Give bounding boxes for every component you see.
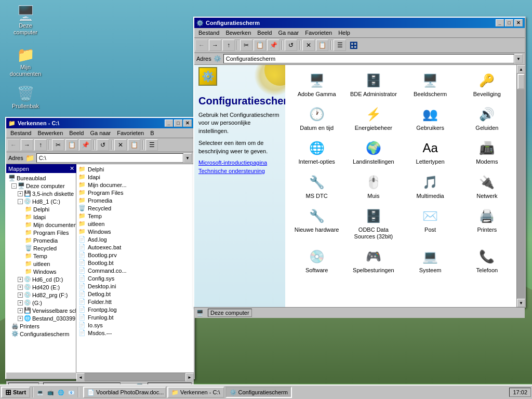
- tree-windows[interactable]: 📁 Windows: [7, 268, 75, 275]
- cpanel-menu-help[interactable]: Help: [335, 29, 353, 37]
- cpanel-icon-lettertypen[interactable]: AaLettertypen: [403, 137, 458, 168]
- tree-hd420[interactable]: + 💿 Hd420 (E:): [7, 283, 75, 291]
- menu-beeld[interactable]: Beeld: [66, 129, 87, 137]
- tree-uitleen[interactable]: 📁 uitleen: [7, 260, 75, 268]
- cpanel-icon-adobe-gamma[interactable]: 🖥️Adobe Gamma: [289, 69, 344, 101]
- diskette-expand[interactable]: +: [18, 191, 23, 196]
- cut-btn[interactable]: ✂: [52, 139, 64, 151]
- file-detlog[interactable]: 📄 Detlog.bt: [77, 290, 193, 298]
- cpanel-forward-btn[interactable]: →: [209, 39, 221, 51]
- cpanel-icon-telefoon[interactable]: 📞Telefoon: [460, 245, 514, 277]
- cpanel-icon-geluiden[interactable]: 🔊Geluiden: [460, 103, 514, 135]
- file-promedia[interactable]: 📁 Promedia: [77, 196, 193, 204]
- cpanel-scroll-track[interactable]: [517, 73, 525, 299]
- tree-hd8[interactable]: - 💿 Hd8_1 (C:): [7, 197, 75, 205]
- cpanel-icon-netwerk[interactable]: 🔌Netwerk: [460, 171, 514, 203]
- cpanel-paste-btn[interactable]: 📌: [267, 39, 280, 51]
- hd8-expand[interactable]: -: [18, 199, 23, 204]
- tree-recycled[interactable]: 🗑️ Recycled: [7, 244, 75, 252]
- cpanel-maximize-btn[interactable]: □: [505, 19, 513, 26]
- cpanel-icon-systeem[interactable]: 💻Systeem: [403, 245, 458, 277]
- views-btn[interactable]: ☰: [145, 139, 158, 151]
- cpanel-close-btn[interactable]: ✕: [514, 19, 523, 26]
- microsoft-link[interactable]: Microsoft-introductiepagina: [198, 159, 281, 166]
- menu-bewerken[interactable]: Bewerken: [34, 129, 66, 137]
- copy-btn[interactable]: 📋: [65, 139, 78, 151]
- cpanel-icon-spelbesturingen[interactable]: 🎮Spelbesturingen: [346, 245, 401, 277]
- mappen-close-icon[interactable]: ✕: [70, 165, 74, 172]
- cpanel-icon-bde-admin[interactable]: 🗄️BDE Administrator: [346, 69, 401, 101]
- file-desktop[interactable]: 📄 Desktop.ini: [77, 282, 193, 290]
- cpanel-icon-software[interactable]: 💿Software: [289, 245, 344, 277]
- up-btn[interactable]: ↑: [34, 139, 47, 151]
- cpanel-icon-datum-tijd[interactable]: 🕐Datum en tijd: [289, 103, 344, 135]
- back-btn[interactable]: ←: [7, 139, 20, 151]
- scroll-track[interactable]: [85, 373, 185, 381]
- cpanel-icon-odbc[interactable]: 🗄️ODBC Data Sources (32bit): [346, 205, 401, 243]
- tree-bureaublad[interactable]: 🖥️ Bureaublad: [7, 174, 75, 182]
- file-bootlog-prv[interactable]: 📄 Bootlog.prv: [77, 251, 193, 259]
- taskbar-btn-configuratie[interactable]: ⚙️ Configuratiescherm: [225, 387, 292, 398]
- forward-btn[interactable]: →: [21, 139, 33, 151]
- file-folder[interactable]: 📄 Folder.htt: [77, 298, 193, 305]
- ql-icon-1[interactable]: 💻: [35, 388, 45, 397]
- menu-ga-naar[interactable]: Ga naar: [87, 129, 114, 137]
- file-config[interactable]: 📄 Config.sys: [77, 274, 193, 282]
- file-frontpg[interactable]: 📄 Frontpg.log: [77, 305, 193, 313]
- file-frunlog[interactable]: 📄 Frunlog.bt: [77, 313, 193, 321]
- file-bootlog-bt[interactable]: 📄 Bootlog.bt: [77, 259, 193, 267]
- tree-hd82[interactable]: + 💿 Hd82_prg (F:): [7, 291, 75, 299]
- scroll-left-btn[interactable]: ◄: [76, 373, 85, 381]
- cpanel-address-input[interactable]: [223, 54, 514, 63]
- cpanel-icon-nieuwe-hardware[interactable]: 🔧Nieuwe hardware: [289, 205, 344, 243]
- tree-printers[interactable]: 🖨️ Printers: [7, 322, 75, 330]
- cpanel-minimize-btn[interactable]: _: [496, 19, 504, 26]
- file-windows[interactable]: 📁 Windows: [77, 228, 193, 235]
- cpanel-menu-beeld[interactable]: Beeld: [254, 29, 275, 37]
- file-io[interactable]: 📄 Io.sys: [77, 321, 193, 329]
- file-panel[interactable]: 📁 Delphi 📁 Idapi 📁 Mijn documer... 📁 Pro…: [76, 164, 194, 373]
- verwisselbaar-expand[interactable]: +: [18, 308, 23, 313]
- menu-extra[interactable]: B: [147, 129, 157, 137]
- cpanel-delete-btn[interactable]: ✕: [302, 39, 315, 51]
- tree-g[interactable]: + 💿 (G:): [7, 299, 75, 307]
- desktop-icon-prullenbak[interactable]: 🗑️ Prullenbak: [7, 83, 44, 112]
- delete-btn[interactable]: ✕: [114, 139, 127, 151]
- cpanel-scroll-up[interactable]: ▲: [517, 65, 525, 73]
- file-temp[interactable]: 📁 Temp: [77, 212, 193, 220]
- cpanel-icon-modems[interactable]: 📠Modems: [460, 137, 514, 168]
- technische-link[interactable]: Technische ondersteuning: [198, 168, 281, 174]
- bestand-expand[interactable]: +: [18, 316, 23, 321]
- menu-bestand[interactable]: Bestand: [7, 129, 34, 137]
- cpanel-icon-muis[interactable]: 🖱️Muis: [346, 171, 401, 203]
- tree-bestand[interactable]: + 🌐 Bestand_030399 (I:): [7, 314, 75, 322]
- file-idapi[interactable]: 📁 Idapi: [77, 173, 193, 181]
- cpanel-address-dropdown[interactable]: ▼: [514, 54, 523, 63]
- taskbar-btn-verkennen[interactable]: 📁 Verkennen - C:\: [167, 387, 224, 398]
- tree-deze-computer[interactable]: - 🖥️ Deze computer: [7, 182, 75, 190]
- file-asd[interactable]: 📄 Asd.log: [77, 235, 193, 243]
- cpanel-menu-bewerken[interactable]: Bewerken: [222, 29, 254, 37]
- paste-btn[interactable]: 📌: [79, 139, 91, 151]
- tree-delphi[interactable]: 📁 Delphi: [7, 205, 75, 213]
- cpanel-back-btn[interactable]: ←: [195, 39, 208, 51]
- cpanel-scroll-down[interactable]: ▼: [517, 299, 525, 307]
- tree-verwisselbaar[interactable]: + 💾 Verwisselbare schijf (H:): [7, 307, 75, 314]
- tree-promedia[interactable]: 📁 Promedia: [7, 236, 75, 244]
- ql-icon-2[interactable]: 📺: [46, 388, 55, 397]
- cpanel-undo-btn[interactable]: ↺: [285, 39, 297, 51]
- file-recycled[interactable]: 🗑️ Recycled: [77, 204, 193, 212]
- cpanel-up-btn[interactable]: ↑: [222, 39, 235, 51]
- cpanel-menu-favorieten[interactable]: Favorieten: [302, 29, 335, 37]
- cpanel-icon-printers[interactable]: 🖨️Printers: [460, 205, 514, 243]
- tree-idapi[interactable]: 📁 Idapi: [7, 213, 75, 221]
- desktop-icon-mijn-documenten[interactable]: 📁 Mijn documenten: [7, 44, 44, 79]
- start-button[interactable]: ⊞ Start: [1, 387, 30, 398]
- deze-computer-expand[interactable]: -: [11, 183, 17, 189]
- explorer-maximize-btn[interactable]: □: [174, 119, 182, 127]
- undo-btn[interactable]: ↺: [97, 139, 109, 151]
- tree-configuratie[interactable]: ⚙️ Configuratiescherm: [7, 330, 75, 338]
- file-uitleen[interactable]: 📁 uitleen: [77, 220, 193, 228]
- cpanel-menu-bestand[interactable]: Bestand: [195, 29, 222, 37]
- tree-panel[interactable]: 🖥️ Bureaublad - 🖥️ Deze computer + 💾 3,5…: [6, 173, 76, 373]
